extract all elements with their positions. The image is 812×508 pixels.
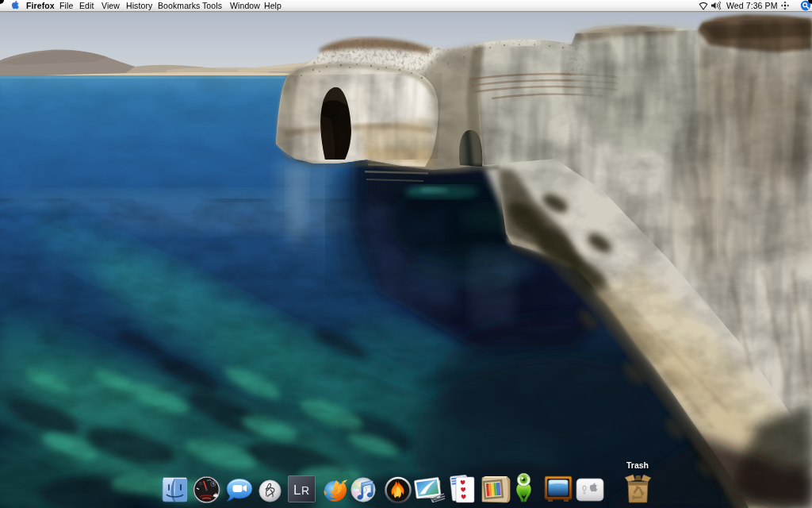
svg-text:R: R	[301, 484, 309, 497]
svg-text:L: L	[293, 483, 301, 498]
